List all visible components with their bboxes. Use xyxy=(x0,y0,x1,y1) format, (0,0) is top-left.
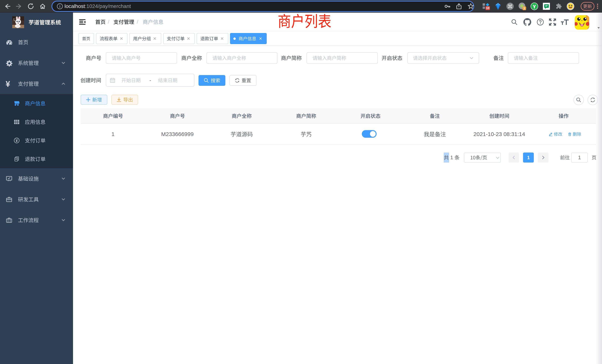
svg-text:1: 1 xyxy=(523,7,525,10)
svg-text:10: 10 xyxy=(486,7,490,10)
